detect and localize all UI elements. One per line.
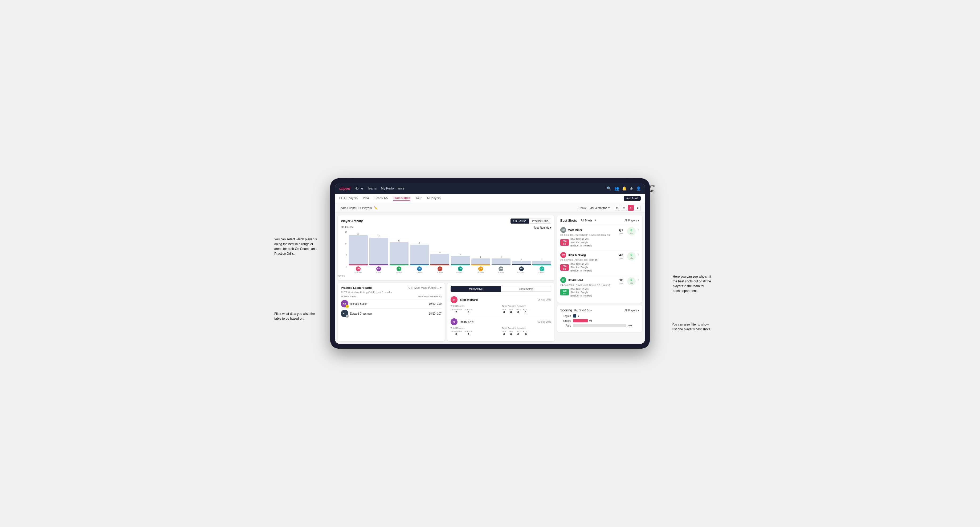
sg-badge-2: 200 SG [560, 264, 569, 271]
bar-value-5: 4 [460, 254, 461, 256]
bar-value-3: 9 [419, 242, 420, 244]
on-course-toggle[interactable]: On Course [511, 219, 529, 224]
leaderboard-dropdown-label: PUTT Must Make Putting ... [407, 286, 439, 289]
users-icon[interactable]: 👥 [614, 186, 619, 190]
practice-drills-toggle[interactable]: Practice Drills [529, 219, 551, 224]
chevron-right-3[interactable]: › [638, 277, 639, 282]
shot-player-info-2: BM Blair McHarg 23 Jul 2023 · Aldridge G… [560, 252, 614, 273]
tab-pgat-players[interactable]: PGAT Players [339, 197, 358, 201]
view-grid4-btn[interactable]: ⊞ [614, 205, 620, 211]
bar-8: 2 [512, 259, 531, 265]
birdies-label: Birdies [560, 319, 571, 322]
most-active-tabs: Most Active Least Active [450, 286, 551, 292]
tab-tour[interactable]: Tour [416, 197, 421, 201]
best-shots-header: Best Shots All Shots ▾ All Players ▾ [560, 219, 639, 222]
show-dropdown[interactable]: Last 3 months ▾ [589, 206, 610, 210]
rees-rounds-title: Total Rounds [450, 327, 500, 330]
x-avatar-5: GB G. Billingham [451, 267, 470, 273]
total-rounds-filter[interactable]: Total Rounds ▾ [534, 226, 551, 229]
shot-detail-row-2: 200 SG Shot Dist: 43 yds Start Lie: Roug… [560, 262, 614, 273]
shots-tab-arrow[interactable]: ▾ [595, 219, 596, 222]
shot-stat-dist-2: 43 yds [616, 253, 626, 259]
shot-card-1: MM Matt Miller 09 Jun 2023 · Royal North… [560, 225, 639, 250]
view-grid3-btn[interactable]: ⊟ [621, 205, 627, 211]
x-label-5: G. Billingham [456, 271, 464, 273]
shot-player-info-3: DF David Ford 24 Aug 2023 · Royal North … [560, 277, 614, 298]
bar-rect-1 [369, 238, 388, 265]
shot-stats-3: 16 yds 0 yds [616, 277, 636, 286]
nav-teams[interactable]: Teams [367, 187, 377, 190]
chevron-right-1[interactable]: › [638, 227, 639, 232]
section-on-course: On Course [341, 226, 354, 229]
edit-icon[interactable]: ✏️ [374, 206, 378, 210]
nav-bar: clippd Home Teams My Performance 🔍 👥 🔔 ⊕… [335, 183, 645, 194]
leaderboard-dropdown[interactable]: PUTT Must Make Putting ... ▾ [407, 286, 442, 289]
shot-stat-dist-3: 16 yds [616, 278, 626, 284]
avatar-9: LR [539, 267, 544, 271]
shot-detail-row-1: 200 SG Shot Dist: 67 yds Start Lie: Roug… [560, 237, 614, 248]
scoring-birdies-row: Birdies 96 [560, 319, 639, 322]
tab-hcaps[interactable]: Hcaps 1-5 [374, 197, 388, 201]
scoring-title: Scoring [560, 308, 572, 312]
rees-name: Rees Britt [460, 320, 474, 323]
active-player-2: RB Rees Britt 02 Sep 2023 Total Rounds [450, 316, 551, 338]
avatar-6: AB [478, 267, 483, 271]
rees-gtt: GTT 0 [502, 330, 506, 336]
scoring-header: Scoring Par 3, 4 & 5s ▾ All Players ▾ [560, 308, 639, 312]
add-to-all-button[interactable]: Add To All [624, 196, 641, 201]
x-avatar-6: AB R. Butler [471, 267, 490, 273]
chevron-right-2[interactable]: › [638, 252, 639, 257]
avatar-7: MM [498, 267, 503, 271]
bar-rect-2 [390, 242, 409, 265]
user-icon[interactable]: 👤 [636, 186, 641, 190]
team-label: Team Clippd | 14 Players [339, 206, 372, 210]
blair-rounds-row: Tournament 7 Practice 6 [450, 308, 500, 314]
player-richard-avg: 110 [437, 302, 442, 305]
tab-pga[interactable]: PGA [363, 197, 369, 201]
bar-rect-0 [349, 235, 368, 265]
annotation-right-filter: You can also filter to show just one pla… [671, 322, 711, 332]
blair-stats: Total Rounds Tournament 7 Practice [450, 305, 551, 314]
bar-value-1: 12 [378, 235, 380, 237]
rank-badge-2: 2 [346, 314, 349, 318]
chart-bars: 13 12 10 9 5 4 [349, 231, 551, 265]
best-shots-card: Best Shots All Shots ▾ All Players ▾ [557, 215, 642, 303]
bar-rect-9 [532, 261, 551, 265]
bar-accent-6 [471, 264, 490, 265]
bell-icon[interactable]: 🔔 [622, 186, 627, 190]
rees-app: APP 0 [509, 330, 513, 336]
player-richard-name: Richard Butler [350, 302, 427, 305]
tab-team-clippd[interactable]: Team Clippd [393, 196, 410, 201]
player-activity-card: Player Activity On Course Practice Drill… [338, 215, 554, 280]
shot-player-info-1: MM Matt Miller 09 Jun 2023 · Royal North… [560, 227, 614, 248]
x-label-1: B. Britt [376, 271, 381, 273]
most-active-tab[interactable]: Most Active [450, 286, 501, 292]
shot-stat-zero-3: 0 yds [627, 277, 636, 286]
nav-home[interactable]: Home [355, 187, 363, 190]
active-player-top-1: BM Blair McHarg 26 Aug 2023 [450, 296, 551, 303]
avatar-rees: RB [450, 318, 458, 325]
view-heart-btn[interactable]: ♥ [628, 205, 634, 211]
left-column: Player Activity On Course Practice Drill… [338, 215, 554, 341]
scoring-filter[interactable]: Par 3, 4 & 5s ▾ [574, 309, 592, 312]
y-label-10: 10 [345, 243, 347, 245]
least-active-tab[interactable]: Least Active [501, 286, 551, 292]
shot-stats-2: 43 yds 0 yds [616, 252, 636, 260]
all-players-dropdown[interactable]: All Players ▾ [625, 219, 639, 222]
search-icon[interactable]: 🔍 [607, 186, 611, 190]
shot-detail-row-3: 198 SG Shot Dist: 16 yds Start Lie: Roug… [560, 287, 614, 298]
plus-circle-icon[interactable]: ⊕ [630, 186, 633, 190]
activity-card-header: Player Activity On Course Practice Drill… [341, 219, 551, 224]
scoring-chart: Eagles 3 Birdies [560, 314, 639, 327]
bar-9: 2 [532, 259, 551, 265]
nav-my-performance[interactable]: My Performance [381, 187, 404, 190]
all-players-arrow: ▾ [638, 219, 639, 222]
view-list-btn[interactable]: ≡ [635, 205, 641, 211]
shot-text-2: Shot Dist: 43 yds Start Lie: Rough End L… [570, 262, 592, 273]
avatar-matt: MM [560, 227, 566, 233]
scoring-all-players[interactable]: All Players ▾ [625, 309, 639, 312]
tab-all-players[interactable]: All Players [427, 197, 441, 201]
avatar-4: EE [438, 267, 442, 271]
all-shots-tab[interactable]: All Shots [579, 219, 594, 222]
nav-items: Home Teams My Performance [355, 187, 602, 190]
